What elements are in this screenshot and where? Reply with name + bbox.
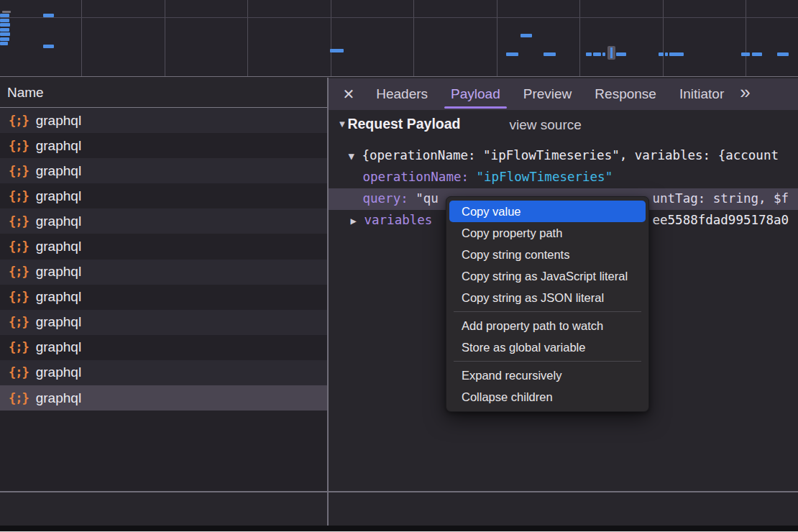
list-item-selected[interactable]: {;}graphql <box>0 385 327 411</box>
waterfall-bar <box>544 52 556 56</box>
list-item[interactable]: {;}graphql <box>0 108 327 133</box>
status-bar-divider <box>0 491 798 492</box>
request-payload-section-header[interactable]: ▼Request Payload view source <box>329 116 798 137</box>
request-name: graphql <box>36 138 81 154</box>
waterfall-bar <box>0 23 10 27</box>
waterfall-bar <box>2 11 11 13</box>
tab-preview[interactable]: Preview <box>514 78 582 111</box>
expand-triangle-icon[interactable]: ▼ <box>338 119 347 129</box>
waterfall-bar <box>593 52 601 56</box>
json-request-icon: {;} <box>9 189 29 203</box>
expand-triangle-icon[interactable]: ▼ <box>349 150 354 162</box>
request-name: graphql <box>36 214 81 229</box>
panel-divider[interactable] <box>327 78 329 526</box>
request-name: graphql <box>36 113 81 129</box>
waterfall-bar <box>330 49 344 52</box>
collapsed-triangle-icon[interactable]: ▶ <box>351 215 357 226</box>
list-item[interactable]: {;}graphql <box>0 335 327 360</box>
list-item[interactable]: {;}graphql <box>0 158 327 183</box>
section-title: ▼Request Payload <box>338 116 461 132</box>
payload-root-row[interactable]: ▼ {operationName: "ipFlowTimeseries", va… <box>329 145 798 167</box>
window-bottom-edge <box>0 526 798 531</box>
waterfall-bar <box>43 14 54 17</box>
json-request-icon: {;} <box>9 290 29 304</box>
context-menu: Copy value Copy property path Copy strin… <box>446 196 649 412</box>
waterfall-bar <box>506 52 518 56</box>
overview-gridline <box>497 0 497 76</box>
overview-gridline <box>579 0 580 76</box>
request-list: {;}graphql {;}graphql {;}graphql {;}grap… <box>0 108 327 491</box>
view-source-link[interactable]: view source <box>510 117 582 133</box>
waterfall-bar <box>520 34 532 37</box>
waterfall-bar <box>665 52 668 56</box>
property-key: variables <box>364 213 432 227</box>
tab-payload[interactable]: Payload <box>441 78 510 111</box>
json-request-icon: {;} <box>9 391 29 405</box>
waterfall-bar <box>602 52 605 56</box>
devtools-window: Name {;}graphql {;}graphql {;}graphql {;… <box>0 0 798 532</box>
waterfall-bar <box>659 52 664 56</box>
detail-tabbar: ✕ Headers Payload Preview Response Initi… <box>329 78 798 111</box>
menu-item-store-as-global-variable[interactable]: Store as global variable <box>449 336 646 358</box>
menu-item-copy-string-contents[interactable]: Copy string contents <box>449 244 646 265</box>
waterfall-bar <box>0 37 9 41</box>
payload-preview: {operationName: "ipFlowTimeseries", vari… <box>362 148 778 162</box>
tab-headers[interactable]: Headers <box>367 78 437 111</box>
menu-item-copy-string-js-literal[interactable]: Copy string as JavaScript literal <box>449 265 646 287</box>
menu-item-expand-recursively[interactable]: Expand recursively <box>449 364 646 386</box>
waterfall-bar <box>0 28 9 32</box>
overview-gridline <box>413 0 414 76</box>
list-item[interactable]: {;}graphql <box>0 285 327 310</box>
list-item[interactable]: {;}graphql <box>0 260 327 285</box>
menu-divider <box>454 361 641 362</box>
menu-item-copy-value[interactable]: Copy value <box>449 201 646 222</box>
menu-item-add-property-path-to-watch[interactable]: Add property path to watch <box>449 315 646 336</box>
list-item[interactable]: {;}graphql <box>0 183 327 208</box>
waterfall-bar <box>669 52 684 56</box>
more-tabs-chevron-icon[interactable]: » <box>735 81 756 106</box>
json-request-icon: {;} <box>9 139 29 153</box>
json-request-icon: {;} <box>9 114 29 128</box>
overview-row-line <box>0 17 798 18</box>
network-overview[interactable] <box>0 0 798 77</box>
menu-item-copy-string-json-literal[interactable]: Copy string as JSON literal <box>449 287 646 308</box>
request-name: graphql <box>36 314 81 330</box>
list-item[interactable]: {;}graphql <box>0 360 327 385</box>
json-request-icon: {;} <box>9 214 29 229</box>
waterfall-bar <box>741 52 750 56</box>
waterfall-bar <box>0 19 9 22</box>
list-item[interactable]: {;}graphql <box>0 133 327 158</box>
waterfall-bar <box>616 52 626 56</box>
overview-selection-marker <box>607 46 615 60</box>
name-column-label: Name <box>7 85 44 101</box>
request-name: graphql <box>36 239 81 254</box>
json-request-icon: {;} <box>9 164 29 178</box>
list-item[interactable]: {;}graphql <box>0 208 327 234</box>
variables-value-fragment: ee5588fdad995178a0 <box>653 213 789 227</box>
query-value-fragment: untTag: string, $f <box>653 191 789 206</box>
waterfall-bar <box>0 32 10 36</box>
overview-gridline <box>81 0 82 76</box>
request-name: graphql <box>36 163 81 179</box>
active-tab-underline <box>444 106 507 109</box>
close-icon[interactable]: ✕ <box>329 86 365 103</box>
payload-operationname-row[interactable]: operationName: "ipFlowTimeseries" <box>329 167 798 188</box>
list-item[interactable]: {;}graphql <box>0 234 327 259</box>
waterfall-bar <box>0 42 8 45</box>
name-column-header[interactable]: Name <box>0 78 327 109</box>
menu-item-copy-property-path[interactable]: Copy property path <box>449 222 646 244</box>
json-request-icon: {;} <box>9 340 29 354</box>
request-name: graphql <box>36 264 81 280</box>
menu-item-collapse-children[interactable]: Collapse children <box>449 386 646 408</box>
tab-initiator[interactable]: Initiator <box>670 78 733 111</box>
list-item[interactable]: {;}graphql <box>0 310 327 335</box>
json-request-icon: {;} <box>9 239 29 254</box>
json-request-icon: {;} <box>9 315 29 329</box>
overview-gridline <box>663 0 664 76</box>
menu-divider <box>454 311 641 312</box>
tab-response[interactable]: Response <box>585 78 666 111</box>
waterfall-bar <box>752 52 762 56</box>
waterfall-bar <box>777 52 789 56</box>
waterfall-bar <box>43 45 54 48</box>
property-value: "qu <box>416 191 439 206</box>
